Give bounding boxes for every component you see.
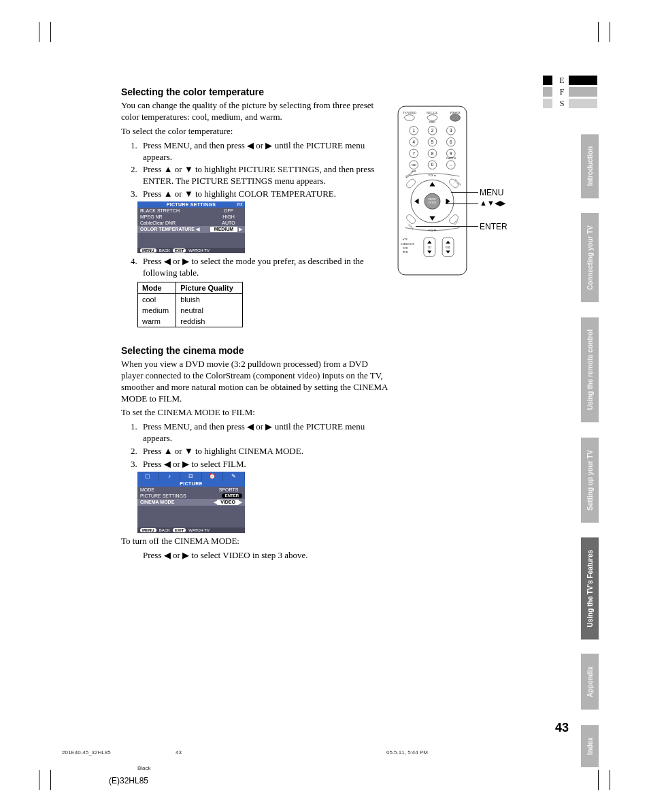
svg-point-1 bbox=[405, 115, 415, 120]
footer-file: #01E40-45_32HL85 bbox=[62, 749, 111, 756]
osd-tab-icon: ✎ bbox=[223, 472, 245, 481]
heading-color-temperature: Selecting the color temperature bbox=[121, 86, 390, 97]
lang-label-f: F bbox=[558, 87, 566, 97]
svg-text:FAV▲: FAV▲ bbox=[429, 174, 437, 177]
heading-cinema-mode: Selecting the cinema mode bbox=[121, 345, 390, 356]
side-tab-index: Index bbox=[581, 725, 599, 767]
footer-color: Black bbox=[137, 765, 151, 771]
osd-tab-icon: ♪ bbox=[159, 472, 181, 481]
osd-row: CableClear DNRAUTO bbox=[137, 220, 245, 226]
paragraph: You can change the quality of the pictur… bbox=[121, 100, 390, 123]
remote-label-arrows: ▲▼◀▶ bbox=[480, 199, 505, 208]
side-tab-setup: Setting up your TV bbox=[581, 438, 599, 523]
side-tab-appendix: Appendix bbox=[581, 654, 599, 710]
svg-text:100: 100 bbox=[412, 163, 417, 167]
table-cell: reddish bbox=[176, 316, 243, 327]
table-cell: cool bbox=[138, 293, 176, 305]
step-text: Press ◀ or ▶ to select FILM. bbox=[143, 459, 390, 470]
table-header: Mode bbox=[138, 282, 176, 293]
step-text: Press ▲ or ▼ to highlight CINEMA MODE. bbox=[143, 446, 390, 457]
table-cell: neutral bbox=[176, 305, 243, 316]
step-text: Press MENU, and then press ◀ or ▶ until … bbox=[143, 421, 390, 444]
lang-tab-s: S bbox=[543, 98, 597, 109]
remote-label-menu: MENU bbox=[480, 188, 503, 197]
remote-btn-label: TV/VIDEO bbox=[403, 111, 416, 114]
svg-text:CH RTN: CH RTN bbox=[446, 157, 456, 160]
osd-title: PICTURE bbox=[137, 481, 245, 487]
language-tabs: E F S bbox=[543, 75, 597, 110]
svg-text:INFO: INFO bbox=[429, 121, 435, 124]
svg-text:5: 5 bbox=[431, 140, 434, 144]
svg-text:2: 2 bbox=[431, 128, 434, 133]
svg-text:1: 1 bbox=[412, 128, 415, 133]
osd-picture-menu: ▢ ♪ ⊟ ⏰ ✎ PICTURE MODESPORTS PICTURE SET… bbox=[137, 472, 245, 533]
table-cell: medium bbox=[138, 305, 176, 316]
step-text: Press ▲ or ▼ to highlight PICTURE SETTIN… bbox=[143, 164, 390, 187]
osd-title: PICTURE SETTINGS bbox=[167, 202, 216, 207]
svg-text:MENU/: MENU/ bbox=[429, 198, 437, 201]
svg-text:9: 9 bbox=[450, 151, 452, 156]
lang-tab-e: E bbox=[543, 75, 597, 86]
paragraph: Press ◀ or ▶ to select VIDEO in step 3 a… bbox=[143, 550, 390, 562]
side-tab-features: Using the TV's Features bbox=[581, 538, 599, 640]
osd-footer: MENUBACKEXITWATCH TV bbox=[137, 248, 245, 253]
svg-text:DVD: DVD bbox=[403, 251, 408, 254]
table-cell: warm bbox=[138, 316, 176, 327]
paragraph: To select the color temperature: bbox=[121, 126, 390, 137]
lang-tab-f: F bbox=[543, 86, 597, 97]
table-cell: bluish bbox=[176, 293, 243, 305]
side-tab-introduction: Introduction bbox=[581, 134, 599, 198]
step-text: Press ▲ or ▼ to highlight COLOR TEMPERAT… bbox=[143, 189, 390, 200]
paragraph: To set the CINEMA MODE to FILM: bbox=[121, 407, 390, 419]
svg-text:VCR: VCR bbox=[403, 247, 408, 250]
svg-text:RECALL: RECALL bbox=[427, 111, 438, 114]
osd-picture-settings: PICTURE SETTINGS2/2 BLACK STRETCHOFF MPE… bbox=[137, 201, 245, 253]
side-tab-connecting: Connecting your TV bbox=[581, 213, 599, 302]
svg-text:3: 3 bbox=[450, 128, 452, 133]
osd-row-selected: CINEMA MODE◀VIDEO▶ bbox=[137, 499, 245, 506]
svg-text:8: 8 bbox=[431, 151, 434, 156]
osd-footer: MENUBACKEXITWATCH TV bbox=[137, 527, 245, 533]
svg-text:6: 6 bbox=[450, 140, 452, 144]
osd-page: 2/2 bbox=[237, 202, 243, 206]
mode-table: ModePicture Quality coolbluish mediumneu… bbox=[137, 282, 243, 327]
svg-text:0: 0 bbox=[431, 162, 434, 167]
footer-page: 43 bbox=[176, 749, 182, 756]
osd-row: PICTURE SETTINGSENTER bbox=[137, 493, 245, 499]
osd-row-selected: COLOR TEMPERATURE ◀MEDIUM▶ bbox=[137, 226, 245, 233]
footer-timestamp: 05.5.11, 5:44 PM bbox=[386, 749, 428, 756]
svg-text:VOL: VOL bbox=[446, 246, 451, 249]
svg-point-6 bbox=[450, 114, 461, 122]
osd-row: MPEG NRHIGH bbox=[137, 214, 245, 220]
svg-text:CABLE/SAT: CABLE/SAT bbox=[401, 243, 414, 246]
svg-text:7: 7 bbox=[412, 151, 415, 156]
osd-tab-icon: ⏰ bbox=[202, 472, 224, 481]
osd-row: BLACK STRETCHOFF bbox=[137, 208, 245, 214]
svg-text:POWER: POWER bbox=[450, 111, 461, 114]
remote-illustration: TV/VIDEO RECALL INFO POWER 1 2 3 4 5 6 7… bbox=[397, 105, 516, 279]
side-tab-remote: Using the remote control bbox=[581, 317, 599, 422]
page-number: 43 bbox=[555, 721, 569, 735]
osd-row: MODESPORTS bbox=[137, 487, 245, 493]
svg-text:▸TV: ▸TV bbox=[403, 239, 407, 242]
svg-text:CH: CH bbox=[428, 246, 431, 249]
svg-text:FAV▼: FAV▼ bbox=[429, 229, 437, 232]
svg-text:ENTER: ENTER bbox=[429, 201, 437, 204]
table-header: Picture Quality bbox=[176, 282, 243, 293]
step-text: Press MENU, and then press ◀ or ▶ until … bbox=[143, 140, 390, 163]
paragraph: To turn off the CINEMA MODE: bbox=[121, 536, 390, 547]
svg-text:4: 4 bbox=[412, 140, 415, 144]
lang-label-s: S bbox=[558, 99, 566, 109]
remote-label-enter: ENTER bbox=[480, 222, 507, 231]
paragraph: When you view a DVD movie (3:2 pulldown … bbox=[121, 359, 390, 405]
osd-tab-icon: ⊟ bbox=[180, 472, 202, 481]
lang-label-e: E bbox=[558, 76, 566, 86]
step-text: Press ◀ or ▶ to select the mode you pref… bbox=[143, 256, 390, 279]
osd-tab-icon: ▢ bbox=[137, 472, 159, 481]
remote-svg: TV/VIDEO RECALL INFO POWER 1 2 3 4 5 6 7… bbox=[397, 105, 468, 276]
model-label: (E)32HL85 bbox=[109, 776, 148, 785]
svg-point-3 bbox=[427, 115, 437, 120]
